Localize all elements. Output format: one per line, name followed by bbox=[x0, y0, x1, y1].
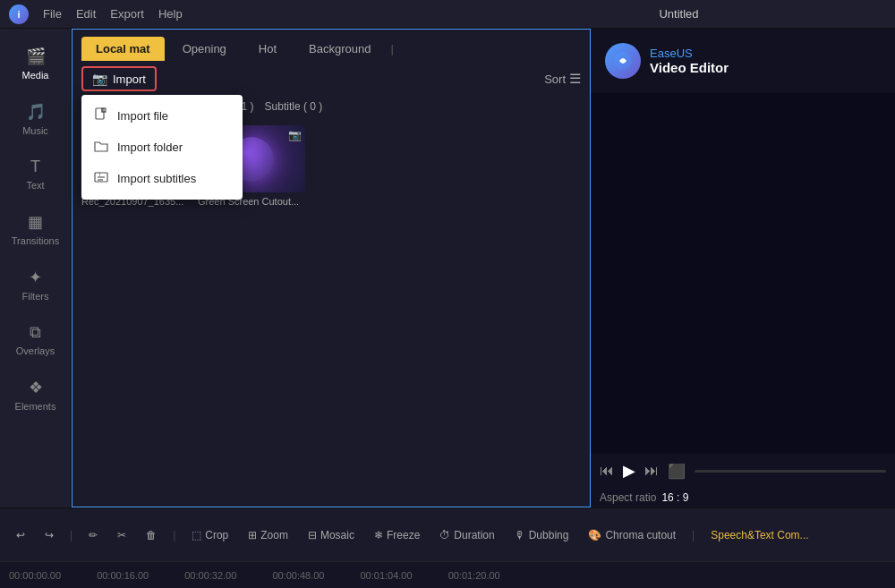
sidebar-item-filters[interactable]: ✦ Filters bbox=[0, 259, 72, 311]
sidebar-label-music: Music bbox=[22, 125, 48, 136]
mosaic-button[interactable]: ⊟ Mosaic bbox=[301, 525, 362, 545]
pen-button[interactable]: ✏ bbox=[81, 525, 105, 545]
menu-edit[interactable]: Edit bbox=[76, 7, 96, 21]
sidebar-item-overlays[interactable]: ⧉ Overlays bbox=[0, 314, 72, 365]
dubbing-label: Dubbing bbox=[529, 529, 569, 541]
separator-1: | bbox=[70, 529, 72, 541]
tab-local-mat[interactable]: Local mat bbox=[81, 37, 165, 61]
zoom-label: Zoom bbox=[260, 529, 288, 541]
sidebar-label-media: Media bbox=[22, 70, 49, 81]
easeus-logo-icon bbox=[605, 43, 641, 79]
dropdown-import-subtitles[interactable]: T Import subtitles bbox=[81, 163, 243, 194]
stop-button[interactable]: ⬛ bbox=[668, 463, 686, 480]
crop-label: Crop bbox=[205, 529, 228, 541]
timeline: 00:00:00.00 00:00:16.00 00:00:32.00 00:0… bbox=[0, 561, 895, 588]
freeze-button[interactable]: ❄ Freeze bbox=[367, 525, 427, 545]
sidebar-label-text: Text bbox=[26, 180, 44, 191]
timeline-mark-2: 00:00:32.00 bbox=[184, 570, 236, 581]
redo-icon: ↪ bbox=[45, 529, 54, 541]
play-button[interactable]: ▶ bbox=[623, 461, 635, 481]
zoom-button[interactable]: ⊞ Zoom bbox=[241, 525, 295, 545]
sidebar-label-filters: Filters bbox=[22, 291, 49, 302]
transitions-icon: ▦ bbox=[28, 212, 43, 232]
sidebar-item-transitions[interactable]: ▦ Transitions bbox=[0, 203, 72, 255]
import-folder-label: Import folder bbox=[117, 141, 183, 154]
sidebar-item-music[interactable]: 🎵 Music bbox=[0, 93, 72, 145]
speech-text-button[interactable]: Speech&Text Com... bbox=[703, 525, 815, 545]
duration-button[interactable]: ⏱ Duration bbox=[432, 525, 501, 545]
sidebar-label-overlays: Overlays bbox=[16, 345, 55, 356]
import-camera-icon: 📷 bbox=[92, 72, 107, 86]
product-name: Video Editor bbox=[650, 60, 729, 75]
preview-panel: EaseUS Video Editor ⏮ ▶ ⏭ ⬛ Aspect ratio… bbox=[591, 29, 895, 507]
timeline-mark-1: 00:00:16.00 bbox=[97, 570, 149, 581]
step-forward-button[interactable]: ⏭ bbox=[644, 463, 659, 479]
text-icon: T bbox=[30, 158, 40, 176]
chroma-icon: 🎨 bbox=[588, 529, 601, 541]
import-file-label: Import file bbox=[117, 109, 168, 123]
separator-3: | bbox=[692, 529, 695, 541]
dropdown-import-file[interactable]: Import file bbox=[81, 100, 243, 132]
sidebar-item-elements[interactable]: ❖ Elements bbox=[0, 369, 72, 421]
menu-file[interactable]: File bbox=[43, 7, 62, 21]
folder-icon bbox=[94, 139, 108, 156]
import-button[interactable]: 📷 Import bbox=[81, 66, 157, 91]
media-icon: 🎬 bbox=[26, 47, 46, 66]
menu-help[interactable]: Help bbox=[158, 7, 183, 21]
sort-label: Sort bbox=[544, 72, 566, 86]
zoom-icon: ⊞ bbox=[248, 529, 257, 541]
redo-button[interactable]: ↪ bbox=[38, 525, 61, 545]
filter-subtitle[interactable]: Subtitle ( 0 ) bbox=[265, 100, 323, 113]
svg-rect-0 bbox=[96, 108, 104, 119]
app-logo: i bbox=[9, 4, 29, 24]
dropdown-import-folder[interactable]: Import folder bbox=[81, 132, 243, 163]
aspect-ratio: Aspect ratio 16 : 9 bbox=[591, 488, 895, 507]
duration-label: Duration bbox=[454, 529, 494, 541]
timeline-mark-5: 00:01:20.00 bbox=[448, 570, 500, 581]
import-dropdown: Import file Import folder bbox=[81, 95, 243, 200]
import-subtitles-label: Import subtitles bbox=[117, 172, 196, 185]
content-tabs: Local mat Opening Hot Background | bbox=[72, 30, 590, 61]
crop-button[interactable]: ⬚ Crop bbox=[184, 525, 235, 545]
speech-text-label: Speech&Text Com... bbox=[711, 529, 808, 541]
window-title: Untitled bbox=[472, 7, 886, 21]
content-area: Local mat Opening Hot Background | 📷 Imp… bbox=[72, 29, 591, 507]
sidebar-item-media[interactable]: 🎬 Media bbox=[0, 38, 72, 89]
subtitle-icon: T bbox=[94, 170, 108, 187]
tab-background[interactable]: Background bbox=[294, 37, 385, 61]
freeze-label: Freeze bbox=[387, 529, 420, 541]
elements-icon: ❖ bbox=[29, 378, 43, 397]
chroma-label: Chroma cutout bbox=[605, 529, 676, 541]
chroma-cutout-button[interactable]: 🎨 Chroma cutout bbox=[581, 525, 683, 545]
progress-bar[interactable] bbox=[695, 470, 886, 473]
preview-screen bbox=[591, 93, 895, 454]
timeline-mark-0: 00:00:00.00 bbox=[9, 570, 61, 581]
import-label: Import bbox=[113, 72, 146, 86]
tab-divider: | bbox=[390, 42, 393, 55]
sort-list-icon: ☰ bbox=[569, 71, 581, 87]
step-back-button[interactable]: ⏮ bbox=[600, 463, 614, 479]
titlebar: i File Edit Export Help Untitled bbox=[0, 0, 895, 29]
music-icon: 🎵 bbox=[26, 102, 46, 122]
delete-button[interactable]: 🗑 bbox=[139, 525, 164, 545]
undo-button[interactable]: ↩ bbox=[9, 525, 32, 545]
bottom-toolbar: ↩ ↪ | ✏ ✂ 🗑 | ⬚ Crop ⊞ Zoom ⊟ Mosaic ❄ F… bbox=[0, 507, 895, 561]
menu-export[interactable]: Export bbox=[110, 7, 144, 21]
cut-button[interactable]: ✂ bbox=[110, 525, 133, 545]
mosaic-icon: ⊟ bbox=[308, 529, 317, 541]
filters-icon: ✦ bbox=[29, 268, 42, 287]
separator-2: | bbox=[173, 529, 175, 541]
sidebar-label-elements: Elements bbox=[15, 401, 56, 412]
preview-logo: EaseUS Video Editor bbox=[591, 29, 743, 93]
dubbing-button[interactable]: 🎙 Dubbing bbox=[507, 525, 576, 545]
duration-icon: ⏱ bbox=[439, 529, 450, 541]
main-layout: 🎬 Media 🎵 Music T Text ▦ Transitions ✦ F… bbox=[0, 29, 895, 507]
tab-hot[interactable]: Hot bbox=[244, 37, 291, 61]
sidebar-label-transitions: Transitions bbox=[12, 235, 59, 246]
camera-badge-icon: 📷 bbox=[288, 129, 302, 141]
tab-opening[interactable]: Opening bbox=[168, 37, 241, 61]
sidebar-item-text[interactable]: T Text bbox=[0, 149, 72, 200]
timeline-mark-4: 00:01:04.00 bbox=[361, 570, 413, 581]
cut-icon: ✂ bbox=[117, 529, 126, 541]
sort-button[interactable]: Sort ☰ bbox=[544, 71, 581, 87]
